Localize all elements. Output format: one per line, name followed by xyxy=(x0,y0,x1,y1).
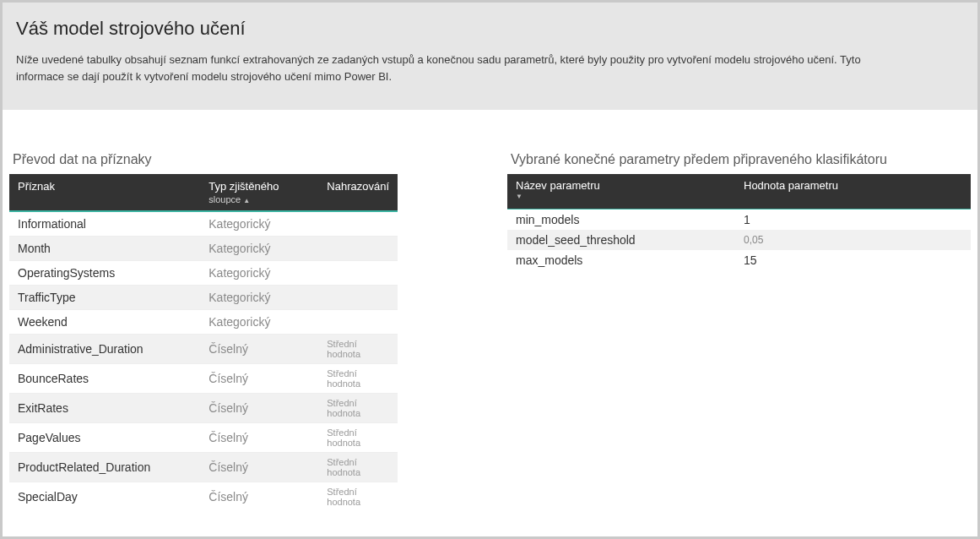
table-row: model_seed_threshold0,05 xyxy=(507,230,971,250)
feature-type: Kategorický xyxy=(200,260,318,285)
feature-replacement: Střední hodnota xyxy=(318,422,398,452)
table-row: SpecialDayČíselnýStřední hodnota xyxy=(9,482,398,511)
table-row: max_models15 xyxy=(507,250,971,270)
feature-name: SpecialDay xyxy=(9,482,200,511)
features-section: Převod dat na příznaky Příznak Typ zjišt… xyxy=(9,152,398,511)
sort-descending-icon: ▼ xyxy=(516,193,727,200)
feature-type: Kategorický xyxy=(200,309,318,334)
feature-replacement xyxy=(318,260,398,285)
feature-replacement: Střední hodnota xyxy=(318,452,398,482)
table-row: OperatingSystemsKategorický xyxy=(9,260,398,285)
content: Převod dat na příznaky Příznak Typ zjišt… xyxy=(3,110,977,511)
table-row: Administrative_DurationČíselnýStřední ho… xyxy=(9,334,398,363)
feature-name: ExitRates xyxy=(9,393,200,422)
feature-type: Číselný xyxy=(200,393,318,422)
feature-replacement: Střední hodnota xyxy=(318,482,398,511)
features-table: Příznak Typ zjištěného sloupce ▲ Nahrazo… xyxy=(9,174,398,511)
feature-type: Kategorický xyxy=(200,236,318,260)
col-label: Příznak xyxy=(18,180,55,193)
feature-name: Informational xyxy=(9,211,200,236)
table-row: BounceRatesČíselnýStřední hodnota xyxy=(9,363,398,393)
col-label-line2: sloupce ▲ xyxy=(208,194,310,204)
features-col-feature[interactable]: Příznak xyxy=(9,174,200,211)
feature-type: Číselný xyxy=(200,422,318,452)
feature-name: BounceRates xyxy=(9,363,200,393)
feature-replacement xyxy=(318,236,398,260)
params-section: Vybrané konečné parametry předem připrav… xyxy=(507,152,971,511)
page-title: Váš model strojového učení xyxy=(16,18,964,40)
param-value: 1 xyxy=(735,210,971,231)
feature-type: Kategorický xyxy=(200,285,318,309)
feature-name: TrafficType xyxy=(9,285,200,309)
param-name: min_models xyxy=(507,210,735,231)
feature-replacement: Střední hodnota xyxy=(318,393,398,422)
features-title: Převod dat na příznaky xyxy=(9,152,398,167)
param-name: max_models xyxy=(507,250,735,270)
feature-replacement: Střední hodnota xyxy=(318,334,398,363)
feature-type: Číselný xyxy=(200,363,318,393)
params-table: Název parametru ▼ Hodnota parametru min_… xyxy=(507,174,971,270)
col-label-line1: Typ zjištěného xyxy=(208,180,310,193)
param-name: model_seed_threshold xyxy=(507,230,735,250)
table-row: MonthKategorický xyxy=(9,236,398,260)
table-row: ExitRatesČíselnýStřední hodnota xyxy=(9,393,398,422)
feature-name: PageValues xyxy=(9,422,200,452)
params-title: Vybrané konečné parametry předem připrav… xyxy=(507,152,971,167)
feature-type: Číselný xyxy=(200,482,318,511)
features-col-repl[interactable]: Nahrazování xyxy=(318,174,398,211)
feature-replacement xyxy=(318,211,398,236)
header-section: Váš model strojového učení Níže uvedené … xyxy=(3,3,977,110)
feature-replacement xyxy=(318,309,398,334)
feature-name: OperatingSystems xyxy=(9,260,200,285)
feature-replacement xyxy=(318,285,398,309)
table-row: min_models1 xyxy=(507,210,971,231)
feature-type: Číselný xyxy=(200,452,318,482)
col-label: Název parametru xyxy=(516,179,600,192)
params-col-value[interactable]: Hodnota parametru xyxy=(735,174,971,210)
params-col-name[interactable]: Název parametru ▼ xyxy=(507,174,735,210)
feature-type: Číselný xyxy=(200,334,318,363)
feature-type: Kategorický xyxy=(200,211,318,236)
table-row: ProductRelated_DurationČíselnýStřední ho… xyxy=(9,452,398,482)
table-row: PageValuesČíselnýStřední hodnota xyxy=(9,422,398,452)
feature-name: ProductRelated_Duration xyxy=(9,452,200,482)
feature-name: Month xyxy=(9,236,200,260)
col-label: Hodnota parametru xyxy=(744,179,838,192)
feature-replacement: Střední hodnota xyxy=(318,363,398,393)
feature-name: Administrative_Duration xyxy=(9,334,200,363)
table-row: WeekendKategorický xyxy=(9,309,398,334)
table-row: TrafficTypeKategorický xyxy=(9,285,398,309)
table-row: InformationalKategorický xyxy=(9,211,398,236)
features-col-type[interactable]: Typ zjištěného sloupce ▲ xyxy=(200,174,318,211)
feature-name: Weekend xyxy=(9,309,200,334)
param-value: 0,05 xyxy=(735,230,971,250)
page-description: Níže uvedené tabulky obsahují seznam fun… xyxy=(16,52,902,84)
sort-ascending-icon: ▲ xyxy=(243,197,250,204)
param-value: 15 xyxy=(735,250,971,270)
col-label: Nahrazování xyxy=(327,180,389,193)
